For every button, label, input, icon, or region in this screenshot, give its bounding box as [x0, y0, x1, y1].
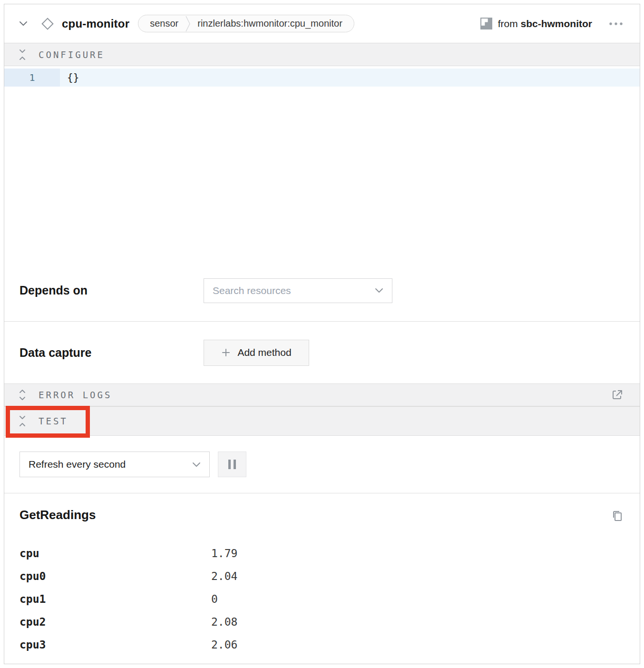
- table-row: cpu0 2.04: [20, 565, 625, 588]
- chevron-down-icon: [192, 462, 201, 467]
- refresh-rate-value: Refresh every second: [29, 459, 126, 470]
- component-config-card: cpu-monitor sensor rinzlerlabs:hwmonitor…: [4, 4, 640, 664]
- depends-on-label: Depends on: [20, 284, 204, 297]
- plus-icon: [221, 348, 231, 357]
- header-right-group: from sbc-hwmonitor: [480, 18, 625, 29]
- machine-part-icon: [480, 18, 492, 29]
- test-section-label: TEST: [39, 416, 68, 426]
- reading-key: cpu: [20, 547, 211, 560]
- external-link-icon: [610, 388, 624, 402]
- data-capture-row: Data capture Add method: [4, 321, 640, 383]
- reading-key: cpu1: [20, 593, 211, 605]
- reading-value: 2.04: [211, 570, 237, 582]
- refresh-rate-select[interactable]: Refresh every second: [20, 452, 210, 477]
- editor-line-number: 1: [4, 69, 60, 87]
- table-row: cpu 1.79: [20, 542, 625, 565]
- ellipsis-menu-button[interactable]: [606, 20, 625, 28]
- reading-value: 0: [211, 593, 218, 605]
- component-title: cpu-monitor: [62, 17, 129, 30]
- from-machine-label: from sbc-hwmonitor: [498, 18, 592, 29]
- table-row: cpu2 2.08: [20, 610, 625, 633]
- config-code-editor[interactable]: 1 {}: [4, 66, 640, 260]
- error-logs-section-header[interactable]: ERROR LOGS: [4, 383, 640, 406]
- open-logs-external-button[interactable]: [609, 387, 625, 403]
- chevron-down-icon[interactable]: [19, 20, 28, 27]
- from-machine-name: sbc-hwmonitor: [521, 18, 593, 29]
- component-type-pill: sensor rinzlerlabs:hwmonitor:cpu_monitor: [138, 15, 354, 32]
- collapse-vertical-icon[interactable]: [19, 48, 26, 61]
- reading-key: cpu0: [20, 570, 211, 582]
- table-row: cpu1 0: [20, 588, 625, 610]
- component-model-label: rinzlerlabs:hwmonitor:cpu_monitor: [197, 18, 342, 29]
- from-prefix: from: [498, 18, 518, 29]
- depends-on-placeholder: Search resources: [213, 285, 291, 296]
- reading-value: 2.08: [211, 616, 237, 628]
- component-type-label: sensor: [150, 18, 178, 29]
- copy-icon: [610, 509, 624, 523]
- method-name: GetReadings: [20, 508, 96, 522]
- depends-on-select[interactable]: Search resources: [204, 278, 392, 303]
- test-controls: Refresh every second: [4, 436, 640, 493]
- data-capture-label: Data capture: [20, 346, 204, 360]
- reading-key: cpu2: [20, 616, 211, 628]
- add-method-label: Add method: [237, 347, 291, 358]
- get-readings-panel: GetReadings cpu 1.79 cpu0 2.04 cpu1 0: [4, 493, 640, 664]
- editor-active-line[interactable]: 1 {}: [4, 69, 640, 87]
- pause-icon: [227, 459, 237, 470]
- reading-key: cpu3: [20, 639, 211, 651]
- add-method-button[interactable]: Add method: [204, 340, 309, 366]
- diamond-icon: [39, 16, 56, 32]
- configure-section-label: CONFIGURE: [39, 49, 105, 60]
- editor-code-text[interactable]: {}: [60, 69, 640, 87]
- configure-section-header[interactable]: CONFIGURE: [4, 43, 640, 66]
- collapse-vertical-icon[interactable]: [19, 414, 26, 428]
- error-logs-section-label: ERROR LOGS: [39, 390, 112, 400]
- card-header: cpu-monitor sensor rinzlerlabs:hwmonitor…: [4, 4, 640, 43]
- test-section-header[interactable]: TEST: [4, 406, 640, 436]
- depends-on-row: Depends on Search resources: [4, 260, 640, 321]
- readings-table: cpu 1.79 cpu0 2.04 cpu1 0 cpu2 2.08 cpu3…: [20, 542, 625, 656]
- pause-refresh-button[interactable]: [218, 452, 246, 477]
- copy-readings-button[interactable]: [609, 508, 625, 524]
- pill-chevron-divider-icon: [185, 15, 191, 32]
- chevron-down-icon: [375, 288, 383, 293]
- table-row: cpu3 2.06: [20, 633, 625, 656]
- reading-value: 1.79: [211, 547, 237, 560]
- expand-vertical-icon[interactable]: [19, 388, 26, 402]
- readings-header: GetReadings: [20, 508, 625, 524]
- reading-value: 2.06: [211, 639, 237, 651]
